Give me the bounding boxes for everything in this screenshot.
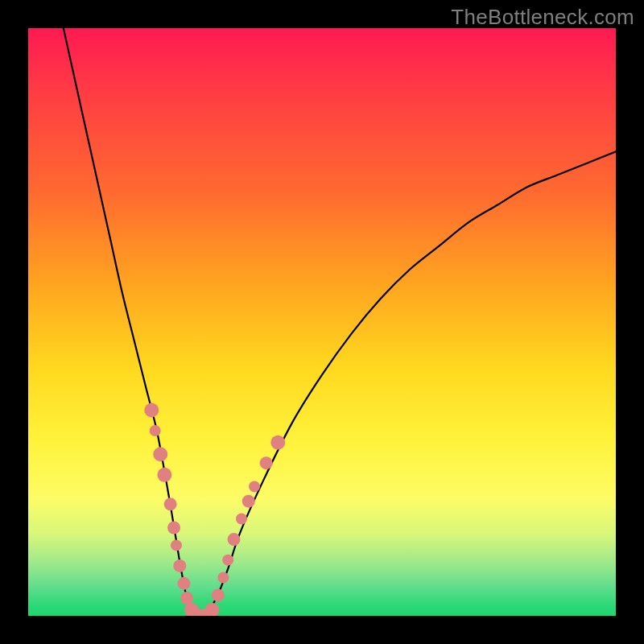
data-marker [228, 533, 241, 546]
data-marker [217, 572, 229, 584]
data-marker [260, 456, 273, 469]
data-marker [249, 481, 260, 492]
data-markers [144, 403, 285, 617]
chart-frame: TheBottleneck.com [0, 0, 644, 644]
data-marker [164, 497, 177, 510]
data-marker [144, 403, 159, 418]
data-marker [212, 588, 225, 601]
data-marker [242, 495, 255, 508]
data-marker [153, 447, 167, 461]
bottleneck-curve [64, 28, 616, 616]
data-marker [173, 559, 186, 572]
data-marker [157, 468, 171, 482]
data-marker [180, 592, 193, 605]
data-marker [204, 603, 219, 616]
data-marker [167, 522, 180, 535]
data-marker [222, 555, 233, 566]
plot-area [28, 28, 616, 616]
data-marker [270, 436, 285, 450]
chart-svg [28, 28, 616, 616]
data-marker [177, 577, 190, 590]
data-marker [236, 514, 247, 525]
watermark-text: TheBottleneck.com [451, 5, 634, 30]
data-marker [150, 425, 161, 436]
data-marker [171, 539, 182, 551]
